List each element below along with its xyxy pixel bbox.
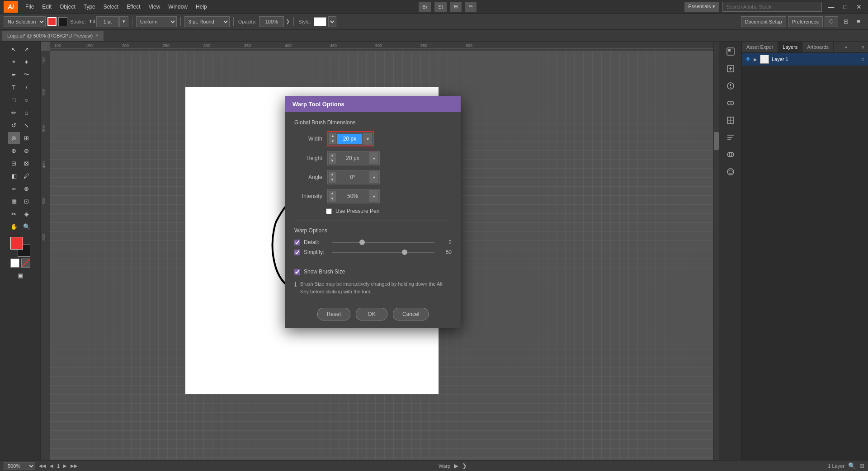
magic-wand-tool[interactable]: ✦ [21, 56, 33, 68]
properties-button[interactable] [722, 78, 739, 94]
height-increment-button[interactable]: ▲ [329, 153, 336, 158]
transform-panel-button[interactable] [722, 112, 739, 128]
angle-input[interactable] [337, 172, 368, 182]
play-button[interactable]: ▶ [454, 462, 458, 469]
transform-button[interactable]: ⬡ [825, 16, 838, 27]
white-swatch[interactable] [10, 259, 19, 268]
text-tool[interactable]: T [8, 81, 20, 93]
align-icons[interactable]: ≡ [853, 16, 864, 28]
width-decrement-button[interactable]: ▼ [329, 139, 336, 144]
menu-object[interactable]: Object [56, 3, 79, 11]
nav-prev-button[interactable]: ◀ [50, 463, 53, 468]
gradient-tool[interactable]: ◧ [8, 170, 20, 182]
bar-chart-tool[interactable]: ▦ [8, 195, 20, 207]
simplify-checkbox[interactable] [294, 250, 300, 255]
cancel-button[interactable]: Cancel [393, 308, 429, 320]
stock-button[interactable]: St [434, 2, 446, 12]
nav-first-button[interactable]: ◀◀ [39, 463, 46, 468]
document-tab[interactable]: Logo.ai* @ 500% (RGB/GPU Preview) × [2, 31, 104, 41]
mesh-tool[interactable]: ⊠ [21, 157, 33, 169]
nav-next-button[interactable]: ▶ [63, 463, 67, 468]
bridge-button[interactable]: Br [419, 2, 431, 12]
intensity-input[interactable] [337, 191, 368, 201]
stroke-swatch[interactable] [58, 17, 67, 26]
stroke-width-dropdown[interactable]: ▾ [119, 16, 128, 27]
menu-edit[interactable]: Edit [38, 3, 55, 11]
angle-increment-button[interactable]: ▲ [329, 172, 336, 177]
brush-type-dropdown[interactable]: 3 pt. Round [184, 16, 230, 27]
search-layer-button[interactable]: 🔍 [848, 462, 856, 469]
menu-file[interactable]: File [22, 3, 38, 11]
nav-last-button[interactable]: ▶▶ [71, 463, 78, 468]
none-swatch[interactable] [21, 259, 30, 268]
slice-tool[interactable]: ✂ [8, 208, 20, 220]
height-input[interactable] [337, 153, 368, 163]
maximize-button[interactable]: □ [841, 3, 850, 10]
reset-button[interactable]: Reset [317, 308, 350, 320]
more-tabs-button[interactable]: » [841, 42, 851, 52]
show-brush-size-checkbox[interactable] [294, 269, 300, 275]
layer-expand-arrow[interactable]: ▶ [754, 57, 757, 62]
rotate-tool[interactable]: ↺ [8, 119, 20, 131]
asset-export-button[interactable] [722, 61, 739, 77]
symbol-tool[interactable]: ⊛ [21, 183, 33, 194]
angle-decrement-button[interactable]: ▼ [329, 177, 336, 183]
info-button[interactable]: ❯ [462, 462, 467, 469]
brush-tool[interactable]: ⌂ [21, 107, 33, 118]
preferences-button[interactable]: Preferences [788, 16, 823, 27]
menu-view[interactable]: View [145, 3, 164, 11]
line-tool[interactable]: / [21, 81, 33, 93]
asset-export-tab[interactable]: Asset Expor [742, 42, 778, 52]
minimize-button[interactable]: — [826, 3, 837, 10]
width-increment-button[interactable]: ▲ [329, 133, 336, 139]
angle-dropdown-button[interactable]: ▾ [369, 171, 378, 183]
layer-visibility-icon[interactable]: 👁 [745, 56, 751, 62]
arrange-icons[interactable]: ⊞ [840, 16, 852, 28]
stroke-type-dropdown[interactable]: Uniform [136, 16, 177, 27]
intensity-decrement-button[interactable]: ▼ [329, 196, 336, 202]
rect-tool[interactable]: □ [8, 94, 20, 106]
add-layer-button[interactable]: ⊞ [859, 462, 864, 469]
pen-tool-button[interactable]: ✏ [465, 2, 476, 12]
select-tool[interactable]: ↖ [8, 43, 20, 55]
stroke-width-input[interactable] [96, 16, 119, 27]
layers-tab[interactable]: Layers [778, 42, 802, 52]
intensity-increment-button[interactable]: ▲ [329, 191, 336, 196]
document-setup-button[interactable]: Document Setup [741, 16, 786, 27]
selection-dropdown[interactable]: No Selection [4, 16, 46, 27]
grid-button1[interactable]: ⊞ [450, 2, 462, 12]
live-paint-tool[interactable]: ⊘ [21, 145, 33, 156]
pen-tool[interactable]: ✒ [8, 69, 20, 80]
lasso-tool[interactable]: ⌖ [8, 56, 20, 68]
hand-tool[interactable]: ✋ [8, 221, 20, 232]
free-transform-tool[interactable]: ⊞ [21, 132, 33, 144]
pencil-tool[interactable]: ✏ [8, 107, 20, 118]
eyedropper-tool[interactable]: 🖊 [21, 170, 33, 182]
pathfinder-button[interactable] [722, 146, 739, 163]
menu-type[interactable]: Type [80, 3, 99, 11]
opacity-input[interactable] [259, 16, 284, 27]
libraries-button[interactable] [722, 43, 739, 60]
warp-tool[interactable]: ⊛ [8, 132, 20, 144]
menu-effect[interactable]: Effect [123, 3, 144, 11]
menu-window[interactable]: Window [165, 3, 191, 11]
eraser-tool[interactable]: ◈ [21, 208, 33, 220]
style-swatch[interactable] [314, 17, 326, 26]
simplify-slider[interactable] [332, 252, 434, 253]
direct-select-tool[interactable]: ↗ [21, 43, 33, 55]
menu-select[interactable]: Select [100, 3, 122, 11]
essentials-button[interactable]: Essentials ▾ [684, 2, 718, 12]
shape-builder-tool[interactable]: ⊕ [8, 145, 20, 156]
ellipse-tool[interactable]: ○ [21, 94, 33, 106]
width-input[interactable] [337, 134, 362, 144]
style-dropdown[interactable]: ▾ [328, 16, 336, 27]
fill-swatch[interactable] [47, 17, 57, 26]
vertical-scrollbar[interactable] [713, 42, 719, 460]
change-screen-mode[interactable]: ▣ [14, 269, 26, 281]
width-dropdown-button[interactable]: ▾ [363, 133, 372, 145]
perspective-tool[interactable]: ⊟ [8, 157, 20, 169]
blend-tool[interactable]: ∞ [8, 183, 20, 194]
align-panel-button[interactable] [722, 129, 739, 146]
layer-target-circle[interactable]: ○ [861, 56, 864, 62]
zoom-dropdown[interactable]: 500% [4, 462, 35, 470]
